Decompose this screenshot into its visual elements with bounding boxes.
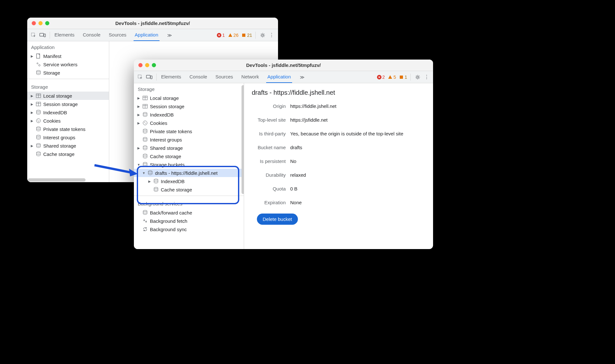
svg-point-35 xyxy=(143,146,147,147)
window-title: DevTools - jsfiddle.net/5tmpfuzv/ xyxy=(27,20,278,26)
issue-badges: 1 26 21 xyxy=(217,33,252,38)
gear-icon[interactable] xyxy=(414,73,422,81)
sidebar-item-local-storage[interactable]: ▶Local storage xyxy=(27,92,109,100)
sidebar-item-manifest[interactable]: ▶Manifest xyxy=(27,52,109,60)
errors-badge[interactable]: 1 xyxy=(217,33,225,38)
field-quota: Quota0 B xyxy=(252,186,425,191)
tab-sources[interactable]: Sources xyxy=(108,29,128,41)
tab-elements[interactable]: Elements xyxy=(53,29,76,41)
cookie-icon xyxy=(142,120,148,126)
scrollbar[interactable] xyxy=(242,85,244,194)
tab-console[interactable]: Console xyxy=(82,29,102,41)
divider xyxy=(27,79,109,79)
sidebar-item-cookies[interactable]: ▶Cookies xyxy=(27,117,109,125)
device-icon[interactable] xyxy=(39,31,46,39)
sidebar-item-cache-storage[interactable]: Cache storage xyxy=(27,150,109,158)
issues-badge[interactable]: 21 xyxy=(242,33,252,38)
database-icon xyxy=(142,145,148,151)
panel-tabs: Elements Console Sources Application ≫ xyxy=(53,29,174,41)
tab-application[interactable]: Application xyxy=(134,29,160,41)
database-icon xyxy=(36,109,41,115)
details-pane: drafts - https://fiddle.jshell.net Origi… xyxy=(244,83,433,249)
sidebar-item-shared-storage[interactable]: ▶Shared storage xyxy=(134,144,244,152)
issue-badges: 2 5 1 xyxy=(377,75,407,80)
kebab-icon[interactable]: ⋮ xyxy=(268,31,275,39)
svg-point-12 xyxy=(37,110,40,111)
separator xyxy=(156,74,157,81)
document-icon xyxy=(36,53,41,59)
fetch-icon xyxy=(142,218,148,224)
inspect-icon[interactable] xyxy=(30,31,37,39)
sidebar-item-bfcache[interactable]: Back/forward cache xyxy=(134,208,244,217)
sidebar-item-bucket-indexeddb[interactable]: ▶IndexedDB xyxy=(134,177,244,185)
tab-elements[interactable]: Elements xyxy=(160,71,183,83)
toolbar: Elements Console Sources Application ≫ 1… xyxy=(27,29,278,41)
field-origin: Originhttps://fiddle.jshell.net xyxy=(252,103,425,109)
tab-application[interactable]: Application xyxy=(266,71,292,83)
svg-rect-2 xyxy=(44,34,45,37)
delete-bucket-button[interactable]: Delete bucket xyxy=(257,214,298,225)
divider xyxy=(134,196,244,196)
svg-point-26 xyxy=(417,76,419,78)
issues-badge[interactable]: 1 xyxy=(399,75,407,80)
sidebar-item-interest-groups[interactable]: Interest groups xyxy=(27,133,109,142)
sidebar-item-interest-groups[interactable]: Interest groups xyxy=(134,135,244,144)
svg-rect-4 xyxy=(242,34,245,37)
svg-point-13 xyxy=(37,119,41,123)
window-title: DevTools - jsfiddle.net/5tmpfuzv/ xyxy=(134,62,433,68)
sidebar-item-indexeddb[interactable]: ▶IndexedDB xyxy=(27,108,109,117)
sidebar-item-local-storage[interactable]: ▶Local storage xyxy=(134,94,244,102)
sidebar-item-session-storage[interactable]: ▶Session storage xyxy=(134,102,244,110)
separator xyxy=(255,32,256,39)
sidebar-item-background-sync[interactable]: Background sync xyxy=(134,225,244,233)
scrollbar[interactable] xyxy=(28,178,86,182)
svg-point-39 xyxy=(154,179,158,180)
svg-point-33 xyxy=(143,129,147,130)
svg-point-40 xyxy=(154,187,158,189)
database-icon xyxy=(36,70,41,76)
sidebar-item-background-fetch[interactable]: Background fetch xyxy=(134,217,244,225)
more-tabs-icon[interactable]: ≫ xyxy=(165,33,174,38)
titlebar: DevTools - jsfiddle.net/5tmpfuzv/ xyxy=(134,60,433,71)
sidebar-item-private-state-tokens[interactable]: Private state tokens xyxy=(134,127,244,135)
sidebar-item-storage[interactable]: Storage xyxy=(27,69,109,77)
tab-network[interactable]: Network xyxy=(240,71,260,83)
sidebar-item-shared-storage[interactable]: ▶Shared storage xyxy=(27,142,109,150)
errors-badge[interactable]: 2 xyxy=(377,75,385,80)
warnings-badge[interactable]: 26 xyxy=(228,33,239,38)
separator xyxy=(50,32,50,39)
tab-sources[interactable]: Sources xyxy=(214,71,234,83)
table-icon xyxy=(142,103,148,109)
svg-point-5 xyxy=(262,34,264,36)
svg-point-32 xyxy=(145,123,146,124)
database-icon xyxy=(142,128,148,134)
sidebar-item-service-workers[interactable]: Service workers xyxy=(27,60,109,69)
more-tabs-icon[interactable]: ≫ xyxy=(298,75,307,80)
database-icon xyxy=(153,187,159,192)
svg-point-9 xyxy=(37,70,40,72)
sidebar-item-cookies[interactable]: ▶Cookies xyxy=(134,119,244,127)
details-title: drafts - https://fiddle.jshell.net xyxy=(252,89,425,96)
kebab-icon[interactable]: ⋮ xyxy=(423,73,430,81)
sidebar-item-private-state-tokens[interactable]: Private state tokens xyxy=(27,125,109,133)
sidebar-item-bucket-drafts[interactable]: ▼drafts - https://fiddle.jshell.net xyxy=(134,169,244,177)
inspect-icon[interactable] xyxy=(136,73,144,81)
svg-point-20 xyxy=(37,152,40,153)
gears-icon xyxy=(36,61,41,67)
sidebar-item-storage-buckets[interactable]: ▼Storage buckets xyxy=(134,160,244,169)
tab-console[interactable]: Console xyxy=(188,71,209,83)
svg-rect-25 xyxy=(400,76,403,79)
sidebar-item-session-storage[interactable]: ▶Session storage xyxy=(27,100,109,108)
sidebar-item-bucket-cache-storage[interactable]: Cache storage xyxy=(134,185,244,194)
database-icon xyxy=(142,210,148,215)
sidebar-item-cache-storage[interactable]: Cache storage xyxy=(134,152,244,160)
gear-icon[interactable] xyxy=(259,31,266,39)
section-storage: Storage xyxy=(27,81,109,92)
sidebar-item-indexeddb[interactable]: ▶IndexedDB xyxy=(134,110,244,119)
device-icon[interactable] xyxy=(145,73,153,81)
svg-point-38 xyxy=(148,171,152,172)
database-icon xyxy=(36,134,41,140)
svg-point-37 xyxy=(143,162,147,164)
svg-point-8 xyxy=(39,65,40,66)
warnings-badge[interactable]: 5 xyxy=(388,75,396,80)
